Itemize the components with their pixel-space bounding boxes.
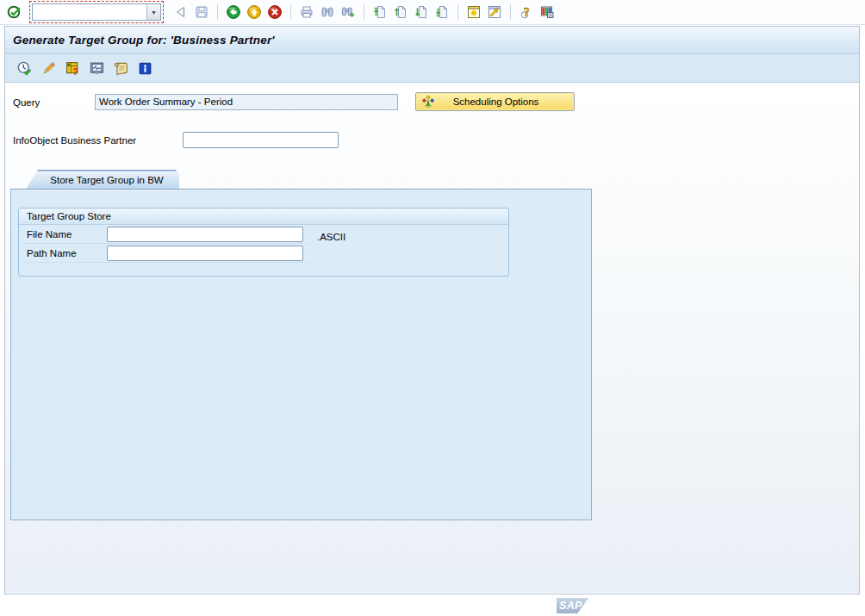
find-icon <box>320 4 335 20</box>
tab-panel: Target Group Store File Name Path Name .… <box>10 189 592 520</box>
target-group-store-groupbox: Target Group Store File Name Path Name .… <box>18 208 509 277</box>
sap-logo-text: SAP <box>559 600 582 612</box>
tab-store-target-group-in-bw[interactable]: Store Target Group in BW <box>26 170 179 190</box>
create-shortcut-button[interactable] <box>485 3 504 22</box>
page-up-icon <box>393 4 408 20</box>
ascii-suffix-label: .ASCII <box>317 232 345 242</box>
schedule-execute-icon <box>16 60 33 77</box>
toolbar-separator <box>364 4 364 20</box>
toolbar-separator <box>217 4 218 20</box>
segment-flower-icon <box>421 95 435 109</box>
customize-layout-icon <box>539 4 555 20</box>
help-button[interactable]: ? <box>517 3 536 22</box>
svg-text:?: ? <box>72 66 78 77</box>
customize-layout-button[interactable] <box>538 3 557 22</box>
print-button[interactable] <box>297 3 316 22</box>
path-name-label: Path Name <box>24 248 107 258</box>
log-button[interactable] <box>112 59 130 78</box>
page-down-icon <box>414 4 429 20</box>
new-session-icon <box>466 4 482 20</box>
find-button[interactable] <box>318 3 337 22</box>
log-icon <box>113 60 129 77</box>
cancel-button[interactable] <box>265 3 284 22</box>
find-next-button[interactable] <box>339 3 358 22</box>
standard-toolbar: ▼ ? <box>0 0 865 25</box>
back-icon <box>226 4 241 20</box>
print-icon <box>299 4 314 20</box>
toolbar-separator <box>290 4 291 20</box>
file-name-label: File Name <box>24 229 107 240</box>
svg-text:?: ? <box>524 6 530 19</box>
page-up-button[interactable] <box>391 3 410 22</box>
sap-logo: SAP <box>557 598 588 613</box>
enter-icon <box>7 4 22 20</box>
first-page-icon <box>372 4 388 20</box>
info-button[interactable] <box>136 59 154 78</box>
command-dropdown-icon[interactable]: ▼ <box>146 4 160 20</box>
toolbar-separator <box>457 4 458 20</box>
last-page-button[interactable] <box>432 3 451 22</box>
first-page-button[interactable] <box>370 3 389 22</box>
scheduling-options-button[interactable]: Scheduling Options <box>415 92 575 111</box>
check-query-icon: ? <box>65 60 81 77</box>
infoobject-input[interactable] <box>183 132 339 148</box>
groupbox-title: Target Group Store <box>19 208 508 225</box>
find-next-icon <box>340 4 356 20</box>
collapse-command-button[interactable] <box>171 3 190 22</box>
command-input[interactable] <box>33 4 146 20</box>
title-bar: Generate Target Group for: 'Business Par… <box>5 27 859 54</box>
info-icon <box>137 60 153 77</box>
path-name-row: Path Name <box>24 244 308 263</box>
check-query-button[interactable]: ? <box>64 59 82 78</box>
back-button[interactable] <box>224 3 243 22</box>
collapse-command-icon <box>173 4 189 20</box>
save-icon <box>194 4 209 20</box>
command-field-combo: ▼ <box>32 3 161 21</box>
page-down-button[interactable] <box>412 3 431 22</box>
query-display-field[interactable]: Work Order Summary - Period <box>95 94 398 110</box>
sap-screen: Generate Target Group for: 'Business Par… <box>4 26 860 594</box>
exit-button[interactable] <box>245 3 264 22</box>
schedule-execute-button[interactable] <box>16 59 34 78</box>
file-name-row: File Name <box>24 225 308 244</box>
create-shortcut-icon <box>487 4 502 20</box>
last-page-icon <box>434 4 450 20</box>
client-area: Query Work Order Summary - Period Schedu… <box>5 83 859 593</box>
new-session-button[interactable] <box>464 3 483 22</box>
path-name-input[interactable] <box>107 246 303 261</box>
help-icon: ? <box>519 4 534 20</box>
enter-button[interactable] <box>5 3 24 22</box>
toolbar-separator <box>510 4 511 20</box>
monitor-icon <box>89 60 105 77</box>
infoobject-label: InfoObject Business Partner <box>13 135 136 146</box>
application-toolbar: ? <box>5 54 859 83</box>
page-title: Generate Target Group for: 'Business Par… <box>13 34 275 47</box>
cancel-icon <box>267 4 283 20</box>
file-name-input[interactable] <box>107 227 303 242</box>
monitor-button[interactable] <box>88 59 106 78</box>
scheduling-options-label: Scheduling Options <box>435 96 557 107</box>
edit-button[interactable] <box>40 59 58 78</box>
exit-icon <box>246 4 262 20</box>
edit-icon <box>40 60 57 77</box>
tab-label: Store Target Group in BW <box>50 175 163 185</box>
save-button[interactable] <box>192 3 211 22</box>
query-label: Query <box>13 97 40 108</box>
